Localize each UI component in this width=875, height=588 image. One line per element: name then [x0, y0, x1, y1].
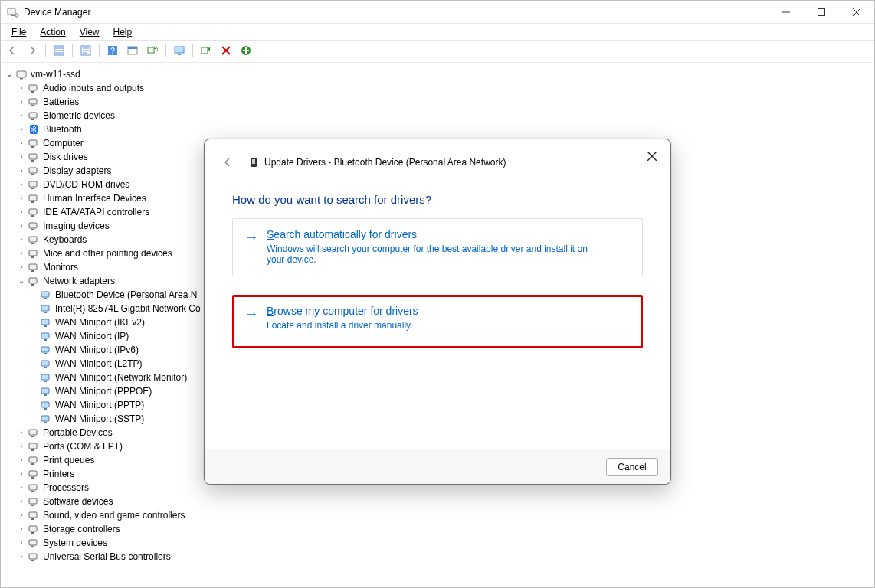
- device-manager-window: Device Manager File Action View Help ? ⌄: [0, 0, 875, 588]
- arrow-right-icon: →: [244, 228, 259, 265]
- dialog-footer: Cancel: [205, 449, 670, 484]
- option-browse-computer[interactable]: → Browse my computer for drivers Locate …: [232, 295, 643, 348]
- option-description: Locate and install a driver manually.: [267, 317, 418, 331]
- cancel-button[interactable]: Cancel: [606, 458, 658, 476]
- dialog-back-button[interactable]: [220, 155, 235, 170]
- dialog-close-button[interactable]: [643, 147, 661, 165]
- arrow-right-icon: →: [244, 305, 259, 331]
- dialog-layer: Update Drivers - Bluetooth Device (Perso…: [1, 1, 874, 587]
- option-description: Windows will search your computer for th…: [267, 240, 604, 265]
- option-title: Browse my computer for drivers: [267, 305, 418, 317]
- option-title: Search automatically for drivers: [267, 228, 604, 240]
- device-icon: [247, 156, 260, 168]
- dialog-subtitle: How do you want to search for drivers?: [232, 185, 643, 218]
- option-search-automatically[interactable]: → Search automatically for drivers Windo…: [232, 218, 643, 276]
- dialog-header-text: Update Drivers - Bluetooth Device (Perso…: [264, 157, 506, 168]
- svg-rect-102: [252, 159, 255, 164]
- dialog-body: How do you want to search for drivers? →…: [205, 170, 670, 449]
- update-drivers-dialog: Update Drivers - Bluetooth Device (Perso…: [204, 139, 671, 485]
- dialog-header: Update Drivers - Bluetooth Device (Perso…: [205, 139, 670, 170]
